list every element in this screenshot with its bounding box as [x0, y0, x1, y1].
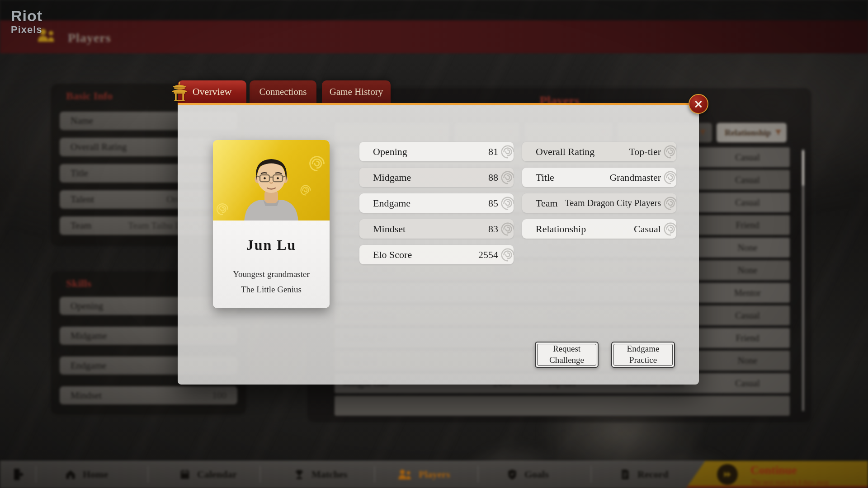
nav-label: Matches [311, 469, 347, 480]
header-bar [0, 20, 868, 53]
stat-value: Grandmaster [609, 172, 661, 183]
tab-connections[interactable]: Connections [250, 80, 316, 103]
top-strip [0, 0, 868, 20]
endgame-practice-button[interactable]: Endgame Practice [611, 342, 675, 368]
stat-label: Overall Rating [536, 146, 594, 158]
stat-label: Midgame [373, 172, 411, 183]
stat-row: Endgame 85 [359, 193, 514, 213]
table-row [335, 396, 790, 416]
skill-row: Mindset 100 [60, 386, 237, 404]
tab-label: Connections [259, 86, 307, 98]
column-header-relationship: Relationship [717, 123, 787, 142]
stat-value: Top-tier [629, 146, 661, 158]
swirl-decoration [499, 246, 514, 263]
endgame-practice-label: Endgame Practice [613, 344, 673, 366]
info-row-label: Overall Rating [71, 141, 127, 153]
cell-relationship: Casual [705, 152, 790, 163]
swirl-decoration [499, 169, 514, 186]
table-scrollbar-thumb [802, 150, 804, 186]
cell-relationship: Friend [705, 220, 790, 230]
stat-label: Endgame [373, 197, 410, 209]
cell-relationship: None [705, 265, 790, 276]
cell-relationship: Mentor [705, 288, 790, 298]
stat-row: Relationship Casual [522, 219, 676, 239]
player-subtitle-2: The Little Genius [213, 285, 330, 295]
stat-row: Opening 81 [359, 142, 514, 161]
tab-label: Overview [193, 86, 232, 98]
basic-info-title: Basic Info [66, 90, 113, 102]
stat-label: Title [536, 172, 554, 183]
nav-item-calendar[interactable]: Calendar [179, 461, 237, 488]
nav-item-matches[interactable]: Matches [293, 461, 347, 488]
nav-item-players[interactable]: Players [398, 461, 450, 488]
stat-value: 85 [488, 197, 498, 209]
riot-pixels-watermark: Riot Pixels [11, 8, 42, 35]
stat-label: Mindset [373, 223, 406, 235]
swirl-decoration [499, 221, 514, 238]
stat-value: 81 [488, 146, 498, 158]
nav-item-record[interactable]: Record [619, 461, 668, 488]
document-icon [619, 469, 631, 480]
cloud-decoration [307, 154, 327, 174]
swirl-decoration [499, 195, 514, 212]
cell-relationship: None [705, 356, 790, 366]
filter-icon [699, 129, 707, 136]
continue-button[interactable]: Continue The next match is 4 days away [686, 461, 868, 488]
nav-divider [148, 466, 148, 483]
player-info-stats: Overall Rating Top-tier Title Grandmaste… [522, 142, 676, 239]
player-card: Jun Lu Youngest grandmaster The Little G… [213, 140, 330, 308]
nav-label: Home [83, 469, 108, 480]
nav-divider [260, 466, 260, 483]
skill-row-label: Midgame [71, 330, 107, 342]
stat-label: Team [536, 197, 558, 209]
cell-relationship: Casual [705, 197, 790, 208]
swirl-decoration [662, 195, 676, 212]
exit-icon[interactable] [12, 468, 25, 481]
nav-label: Record [637, 469, 668, 480]
nav-divider [478, 466, 478, 483]
cell-relationship: Casual [705, 310, 790, 321]
nav-item-goals[interactable]: Goals [506, 461, 549, 488]
pagoda-icon [171, 82, 188, 101]
tab-game-history[interactable]: Game History [322, 80, 391, 103]
skill-row-label: Opening [71, 300, 103, 312]
swirl-decoration [499, 143, 514, 160]
stat-value: 88 [488, 172, 498, 183]
player-name: Jun Lu [213, 237, 330, 253]
stat-value: Team Dragon City Players [565, 198, 661, 208]
nav-item-home[interactable]: Home [65, 461, 108, 488]
stat-value: 83 [488, 223, 498, 235]
skill-row-label: Endgame [71, 360, 106, 371]
swirl-decoration [662, 221, 676, 238]
home-icon [65, 469, 76, 480]
skill-row-value: 100 [212, 390, 227, 401]
calendar-icon [179, 469, 191, 480]
skill-row-label: Mindset [71, 390, 102, 401]
people-icon [398, 469, 412, 480]
swirl-decoration [662, 169, 676, 186]
player-subtitle-1: Youngest grandmaster [213, 269, 330, 279]
nav-divider [591, 466, 591, 483]
player-skill-stats: Opening 81 Midgame 88 Endgame 85 Mindset… [359, 142, 514, 264]
trophy-icon [293, 469, 305, 480]
continue-subtitle: The next match is 4 days away [751, 479, 830, 486]
fast-forward-icon [717, 464, 738, 485]
nav-divider [374, 466, 375, 483]
cell-relationship: Casual [705, 175, 790, 185]
stat-label: Opening [373, 146, 407, 158]
continue-label: Continue [750, 464, 797, 477]
request-challenge-button[interactable]: Request Challenge [535, 342, 599, 368]
nav-label: Calendar [197, 469, 237, 480]
info-row-label: Name [71, 115, 93, 127]
close-icon[interactable]: × [689, 94, 708, 114]
player-portrait-photo [213, 140, 330, 221]
tab-overview[interactable]: Overview [178, 80, 246, 103]
filter-icon [774, 129, 782, 136]
stat-value: Casual [634, 223, 661, 235]
skills-title: Skills [66, 277, 91, 290]
cell-relationship: None [705, 243, 790, 253]
stat-label: Relationship [536, 223, 586, 235]
request-challenge-label: Request Challenge [537, 344, 596, 366]
info-row-label: Team [71, 220, 91, 231]
tab-accent-line [178, 103, 699, 105]
